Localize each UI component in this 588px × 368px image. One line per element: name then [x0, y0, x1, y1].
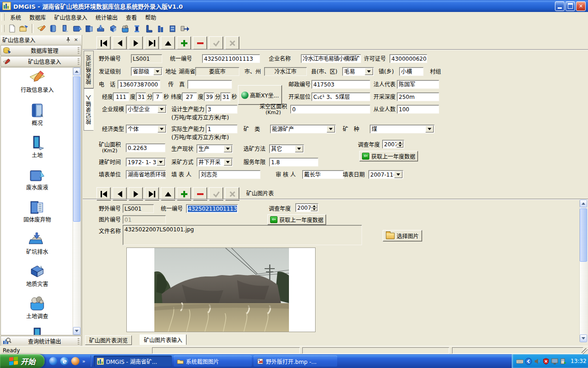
spin-down-icon[interactable]	[396, 144, 403, 148]
prefecture-box[interactable]: 冷水江市	[264, 67, 307, 76]
minimize-button[interactable]	[555, 1, 565, 11]
build-time-dropdown[interactable]: 1972- 1- 3	[126, 158, 166, 167]
toolbar-column-button[interactable]	[131, 23, 143, 34]
actual-capacity-input[interactable]: 1	[206, 125, 237, 133]
sidebar-scrollbar[interactable]	[73, 68, 81, 335]
sidebar-item-overview[interactable]: 概况	[5, 103, 70, 127]
town-input[interactable]: 小横	[399, 67, 424, 76]
nav1-delete-button[interactable]	[193, 36, 207, 50]
fill-date-dropdown[interactable]: 2007-11-13	[368, 170, 403, 179]
chevron-down-icon[interactable]	[157, 159, 165, 166]
chevron-down-icon[interactable]	[224, 159, 232, 166]
taskbar-task-folder[interactable]: 系统截图图片	[174, 356, 252, 367]
chevron-down-icon[interactable]	[158, 126, 166, 132]
sidebar-item-land-survey[interactable]: 土地调查	[5, 296, 70, 320]
toolbar-geo-hazard-button[interactable]	[107, 23, 119, 34]
close-button[interactable]: ✕	[576, 1, 586, 11]
license-input[interactable]: 4300000620321	[390, 54, 427, 63]
pin-icon[interactable]	[65, 37, 72, 43]
sidebar-group-query[interactable]: 查询统计输出	[0, 336, 81, 346]
sidebar-item-solid-waste[interactable]: 固体废弃物	[5, 199, 70, 224]
toolbar-buildings-button[interactable]	[155, 23, 167, 34]
chevron-down-icon[interactable]	[425, 126, 434, 132]
scroll-up-arrow[interactable]	[73, 68, 80, 75]
toolbar-cabinet-button[interactable]	[167, 23, 179, 34]
spin-up-icon[interactable]	[311, 204, 317, 208]
lon-sec-input[interactable]: 7	[153, 92, 163, 101]
taskbar-task-paint[interactable]: 野外版打开.bmp -...	[254, 356, 337, 367]
sidebar-item-admin-entry[interactable]: 行政信息录入	[5, 69, 70, 94]
pic-fieldno-input[interactable]: LS001	[123, 204, 154, 213]
gauss-xy-button[interactable]: 高斯XY坐...	[238, 85, 282, 105]
company-input[interactable]: 冷水江市毛易镇小横煤矿	[301, 54, 361, 63]
start-button[interactable]: 开始	[0, 354, 45, 368]
scale-dropdown[interactable]: 小型企业	[126, 105, 167, 114]
mining-depth-input[interactable]: 250m	[397, 92, 439, 101]
pick-image-button[interactable]: 选择图片	[383, 230, 422, 242]
menu-database[interactable]: 数据库	[25, 12, 50, 22]
chevron-more-icon[interactable]: »	[82, 358, 85, 364]
lon-deg-input[interactable]: 111	[113, 92, 129, 101]
toolbar-land-button[interactable]	[59, 23, 71, 34]
scroll-down-arrow[interactable]	[580, 334, 587, 342]
chevron-down-icon[interactable]	[327, 126, 335, 132]
mine-kind-dropdown[interactable]: 煤	[370, 125, 435, 133]
toolbar-overview-button[interactable]	[47, 23, 59, 34]
resize-grip[interactable]	[582, 348, 588, 354]
nav1-add-button[interactable]	[177, 36, 191, 50]
chevron-down-icon[interactable]	[224, 145, 232, 152]
toolbar-pit-drainage-button[interactable]	[95, 23, 107, 34]
menu-view[interactable]: 查看	[122, 12, 141, 22]
menu-system[interactable]: 系统	[6, 12, 25, 22]
nav1-cancel-button[interactable]	[225, 36, 239, 50]
sidebar-group-entry[interactable]: 矿山信息录入	[0, 56, 81, 67]
scroll-up-arrow[interactable]	[580, 200, 587, 207]
quick-launch-icon-3[interactable]	[71, 357, 79, 365]
nav1-first-button[interactable]	[96, 36, 111, 50]
chevron-down-icon[interactable]	[158, 106, 166, 113]
ore-method-dropdown[interactable]: 其它	[269, 144, 304, 153]
scroll-thumb[interactable]	[73, 76, 80, 222]
county-dropdown[interactable]: 毛易	[342, 67, 374, 76]
sidebar-item-partial[interactable]	[5, 327, 70, 335]
internet-explorer-icon[interactable]: e	[60, 357, 68, 365]
menu-help[interactable]: 帮助	[141, 12, 160, 22]
toolbar-admin-entry-button[interactable]	[35, 23, 47, 34]
postal-input[interactable]: 417503	[311, 80, 370, 89]
quick-launch-icon-1[interactable]	[49, 357, 57, 365]
city-box[interactable]: 娄底市	[195, 67, 239, 76]
certlevel-dropdown[interactable]: 省部级	[131, 67, 163, 76]
unifiedno-input[interactable]: 43250211001113	[202, 54, 260, 63]
nav1-prev-button[interactable]	[113, 36, 127, 50]
production-status-dropdown[interactable]: 生产	[197, 144, 233, 153]
filename-input[interactable]: 4325022007LS00101.jpg	[123, 225, 362, 245]
toolbar-ruler-button[interactable]	[143, 23, 155, 34]
spin-up-icon[interactable]	[396, 141, 403, 144]
sidebar-item-pit-drainage[interactable]: 矿坑排水	[5, 231, 70, 256]
economic-type-dropdown[interactable]: 个体	[126, 125, 167, 133]
scroll-down-arrow[interactable]	[73, 327, 80, 335]
picture-section-scrollbar[interactable]	[579, 200, 588, 342]
menu-statistics[interactable]: 统计输出	[91, 12, 122, 22]
sidebar-item-land[interactable]: 土地	[5, 135, 70, 159]
mining-method-dropdown[interactable]: 井下开采	[197, 158, 233, 167]
fill-unit-input[interactable]: 湖南省地质环境	[126, 170, 166, 179]
lat-min-input[interactable]: 39	[204, 92, 214, 101]
toolbar-solid-waste-button[interactable]	[83, 23, 95, 34]
toolbar-land-survey-button[interactable]	[119, 23, 131, 34]
nav1-up-button[interactable]	[161, 36, 175, 50]
fax-input[interactable]	[187, 80, 232, 89]
workers-input[interactable]: 100	[397, 105, 439, 114]
tab-record-input[interactable]: 按记录输入	[84, 88, 94, 131]
tab-table-browse[interactable]: 按表格浏览	[84, 51, 94, 88]
menu-mine-entry[interactable]: 矿山信息录入	[50, 12, 91, 22]
tab-picture-browse[interactable]: 矿山图片表浏览	[85, 335, 132, 345]
auditor-input[interactable]: 戴长华	[302, 170, 344, 179]
nav1-last-button[interactable]	[145, 36, 159, 50]
pic-no-input[interactable]: 01	[123, 215, 166, 224]
pic-year-spinner[interactable]: 2007	[295, 203, 318, 212]
phone-input[interactable]: 13607387000	[118, 80, 160, 89]
fieldno-input[interactable]: LS001	[131, 54, 162, 63]
scroll-thumb[interactable]	[580, 208, 587, 262]
goaf-area-input[interactable]: 0	[290, 105, 370, 114]
